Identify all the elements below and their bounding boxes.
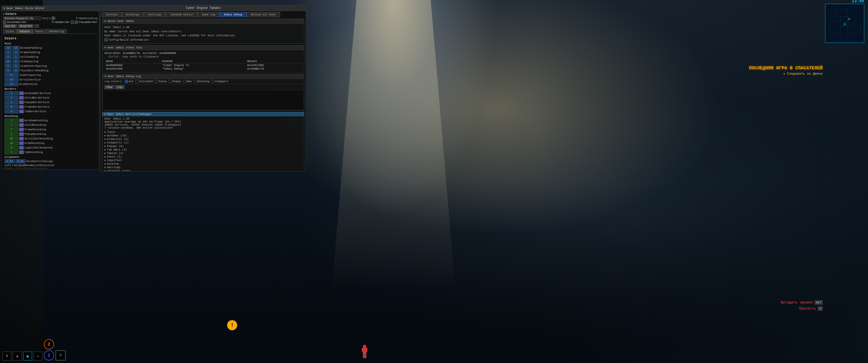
clear-button[interactable]: Clear	[104, 85, 114, 89]
window-rounding-slider[interactable]: 7	[4, 119, 19, 123]
item-spacing-y-slider[interactable]: 5	[12, 60, 20, 64]
metrics-viewports[interactable]: ▶ Viewports (1)	[104, 141, 302, 144]
tab-console[interactable]: Console	[102, 12, 122, 17]
frame-border-label: FrameBorder	[52, 21, 70, 24]
frame-rounding-row: 7 FrameRounding	[4, 127, 96, 132]
item-inner-spacing-y-slider[interactable]: 5	[12, 64, 20, 68]
popup-border-color[interactable]	[19, 101, 24, 104]
window-title-align-x-slider[interactable]: 0.50	[4, 159, 14, 163]
child-rounding-color[interactable]	[19, 123, 24, 127]
tables-arrow-icon: ▶	[104, 152, 106, 155]
tab-colors[interactable]: Colors	[17, 29, 33, 34]
copy-button[interactable]: Copy	[115, 85, 124, 89]
indent-spacing-slider[interactable]: 27	[4, 73, 19, 77]
cell-padding-y-slider[interactable]: 2	[12, 55, 20, 59]
imgui-style-editor-body: ▼ Colors Fonts 7 FrameRounding WindowBor…	[1, 11, 99, 169]
tab-rounding-color[interactable]	[19, 151, 24, 154]
grab-rounding-row: 15 GrabRounding	[4, 141, 96, 145]
imgui-style-editor-header[interactable]: ▼ Dear ImGui Style Editor	[1, 6, 99, 11]
scrollbar-rounding-color[interactable]	[19, 137, 24, 140]
scrollbar-size-slider[interactable]: 18	[4, 78, 19, 82]
hovered-id-text: HoveredId: 0x3ABBE179, ActiveId: 0x00000…	[104, 52, 302, 55]
fonts-count-badge: 7	[51, 16, 55, 20]
metrics-windows[interactable]: ▶ Windows (19)	[104, 134, 302, 137]
debug-log-header[interactable]: ▼ Dear ImGui Debug Log	[102, 74, 304, 79]
item-inner-spacing-label: ItemInnerSpacing	[20, 65, 47, 68]
grab-rounding-color[interactable]	[19, 141, 24, 145]
tab-rounding-slider[interactable]: 7	[4, 150, 19, 154]
settings-arrow-icon: ▶	[104, 166, 106, 169]
config-build-checkbox[interactable]	[104, 38, 107, 41]
metrics-panel-header[interactable]: ▼ Dear ImGui Metrics/Debugger	[102, 112, 304, 116]
tab-bindings[interactable]: Bindings	[122, 12, 144, 17]
tab-imguidebug[interactable]: ImGui Debug	[219, 12, 247, 17]
frame-padding-x-slider[interactable]: 5	[4, 51, 11, 55]
tab-border-size-slider[interactable]: 0	[4, 109, 19, 113]
log-slider-deadzone-slider[interactable]: 5	[4, 146, 19, 150]
window-border-checkbox[interactable]	[3, 21, 6, 24]
frame-rounding-slider[interactable]: 7	[4, 128, 19, 132]
metrics-internal-state[interactable]: ▶ Internal state	[104, 169, 302, 171]
window-border-color[interactable]	[19, 92, 24, 95]
popup-border-size-slider[interactable]: 1	[4, 100, 19, 104]
tab-sizes[interactable]: Sizes	[3, 29, 17, 34]
tab-border-color[interactable]	[19, 110, 24, 113]
metrics-tables[interactable]: ▶ Tables (4)	[104, 152, 302, 155]
frame-border-checkbox[interactable]	[71, 21, 74, 24]
window-padding-x-slider[interactable]: 10	[4, 46, 11, 50]
window-title-align-y-slider[interactable]: 0.50	[16, 159, 26, 163]
item-inner-spacing-x-slider[interactable]: 5	[4, 64, 11, 68]
metrics-fonts[interactable]: ▶ Fonts (1)	[104, 155, 302, 159]
frame-border-size-slider[interactable]: 0	[4, 105, 19, 109]
stack-tool-header[interactable]: ▼ Dear ImGui Stack Tool	[102, 45, 304, 50]
touch-extra-padding-y-slider[interactable]: 0	[12, 69, 20, 73]
tab-reload[interactable]: Reload all mods	[247, 12, 280, 17]
child-rounding-slider[interactable]: 7	[4, 123, 19, 127]
tab-fonts[interactable]: Fonts	[33, 29, 46, 34]
cell-padding-x-slider[interactable]: 5	[4, 55, 11, 59]
log-docking-checkbox[interactable]	[194, 80, 197, 83]
popup-border-checkbox[interactable]	[75, 21, 78, 24]
child-border-size-slider[interactable]: 1	[4, 96, 19, 100]
frame-padding-y-slider[interactable]: 3	[12, 51, 20, 55]
revert-ref-button[interactable]: Revert Ref	[18, 24, 34, 28]
metrics-tools[interactable]: ▶ Tools	[104, 130, 302, 134]
metrics-drawlists[interactable]: ▶ DrawLists (6)	[104, 137, 302, 141]
metrics-arrow-icon: ▼	[104, 113, 106, 116]
tab-gamelog[interactable]: Game Log	[197, 12, 219, 17]
window-padding-y-slider[interactable]: 10	[12, 46, 20, 50]
child-border-color[interactable]	[19, 96, 24, 100]
item-spacing-x-slider[interactable]: 10	[4, 60, 11, 64]
frame-rounding-color[interactable]	[19, 128, 24, 131]
save-ref-button[interactable]: Save Ref	[3, 24, 17, 28]
log-focus-checkbox[interactable]	[155, 80, 158, 83]
log-activeid-row: ActiveId	[135, 80, 153, 83]
log-viewport-checkbox[interactable]	[211, 80, 214, 83]
log-activeid-checkbox[interactable]	[135, 80, 138, 83]
font-name-input[interactable]	[3, 16, 41, 20]
log-area[interactable]	[102, 90, 304, 110]
metrics-settings[interactable]: ▶ Settings	[104, 166, 302, 169]
frame-border-color[interactable]	[19, 105, 24, 109]
grab-rounding-slider[interactable]: 15	[4, 141, 19, 145]
touch-extra-padding-x-slider[interactable]: 0	[4, 69, 11, 73]
metrics-tabbars[interactable]: ▶ Tab Bars (2)	[104, 148, 302, 152]
log-popup-checkbox[interactable]	[169, 80, 172, 83]
log-slider-deadzone-color[interactable]	[19, 146, 24, 150]
debug-log-arrow-icon: ▼	[104, 75, 106, 78]
tab-settings[interactable]: Settings	[144, 12, 166, 17]
grab-min-size-slider[interactable]: 15	[4, 82, 19, 86]
tab-tweakdb[interactable]: TweakDB Editor	[166, 12, 197, 17]
metrics-docking[interactable]: ▶ Docking	[104, 162, 302, 166]
window-border-size-slider[interactable]: 1	[4, 91, 19, 95]
metrics-inputtext[interactable]: ▶ InputText	[104, 159, 302, 162]
tab-rendering[interactable]: Rendering	[46, 29, 67, 34]
scrollbar-rounding-slider[interactable]: 15	[4, 137, 19, 141]
metrics-popups[interactable]: ▶ Popups (0)	[104, 144, 302, 148]
about-panel-header[interactable]: ▼ About Dear ImGui	[102, 19, 304, 24]
window-rounding-color[interactable]	[19, 119, 24, 122]
log-all-checkbox[interactable]	[125, 80, 128, 83]
log-nav-checkbox[interactable]	[183, 80, 186, 83]
popup-rounding-slider[interactable]: 7	[4, 132, 19, 136]
popup-rounding-color[interactable]	[19, 132, 24, 136]
